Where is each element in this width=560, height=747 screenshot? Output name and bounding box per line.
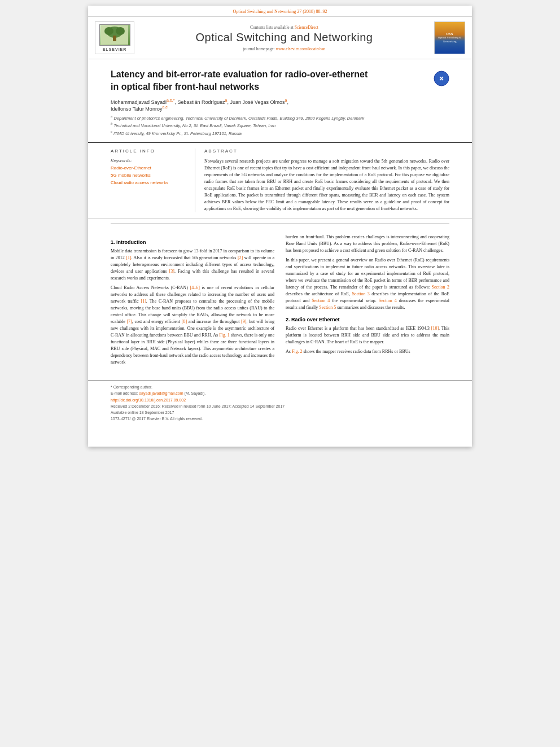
body-paragraph: Cloud Radio Access Networks (C-RAN) [4–6… [111, 285, 274, 366]
author5-sup: a,c [162, 105, 167, 109]
section2-title: 2. Radio over Ethernet [286, 317, 449, 322]
thumb-text: OSN Optical Switching & Networking [436, 32, 463, 44]
email-name: (M. Sayadi). [184, 391, 205, 395]
svg-rect-2 [113, 36, 116, 41]
affiliations: a Department of photonics engineering, T… [111, 114, 449, 137]
keywords-list: Radio-over-Ethernet5G mobile networksClo… [111, 165, 186, 186]
author5: Idelfonso Tafur Monroy [111, 106, 162, 112]
abstract-text: Nowadays several research projects are u… [204, 158, 449, 212]
elsevier-tree-icon [101, 25, 128, 45]
homepage-prefix: journal homepage: [243, 46, 275, 51]
received-line: Received 2 December 2016; Received in re… [111, 403, 449, 409]
journal-thumbnail: OSN Optical Switching & Networking [434, 21, 465, 54]
abstract-panel: ABSTRACT Nowadays several research proje… [195, 148, 449, 212]
article-info-abstract: ARTICLE INFO Keywords: Radio-over-Ethern… [88, 143, 472, 219]
journal-header-center: Contents lists available at ScienceDirec… [140, 21, 428, 54]
body-paragraph: As Fig. 2 shows the mapper receives radi… [286, 348, 449, 355]
author1-sup: a,b,* [167, 98, 174, 102]
homepage-link[interactable]: www.elsevier.com/locate/osn [276, 46, 326, 51]
sciencedirect-link[interactable]: ScienceDirect [295, 25, 318, 30]
article-info-heading: ARTICLE INFO [111, 148, 186, 154]
doi-link[interactable]: http://dx.doi.org/10.1016/j.osn.2017.09.… [111, 398, 186, 402]
issn-line: 1573-4277/ @ 2017 Elsevier B.V. All righ… [111, 416, 449, 422]
keyword-item: Radio-over-Ethernet [111, 165, 186, 172]
keyword-item: Cloud radio access networks [111, 180, 186, 187]
journal-ref: Optical Switching and Networking 27 (201… [233, 9, 327, 14]
article-header: Latency and bit-error-rate evaluation fo… [88, 59, 472, 143]
affiliation-item: a Department of photonics engineering, T… [111, 114, 449, 122]
email-note: E-mail address: sayadi.javad@gmail.com (… [111, 390, 449, 396]
email-label: E-mail address: [111, 391, 138, 395]
page: Optical Switching and Networking 27 (201… [88, 6, 472, 447]
email-link[interactable]: sayadi.javad@gmail.com [139, 391, 183, 395]
corresponding-label: * Corresponding author. [111, 385, 152, 389]
section1-title: 1. Introduction [111, 239, 274, 245]
body-col-right: burden on front-haul. This problem creat… [286, 234, 449, 369]
corresponding-note: * Corresponding author. [111, 384, 449, 390]
body-content: 1. Introduction Mobile data transmission… [88, 228, 472, 374]
svg-point-3 [104, 27, 113, 35]
svg-point-4 [116, 27, 125, 35]
section-divider [111, 223, 449, 224]
affiliation-item: c ITMO University, 49 Kronverksky Pr., S… [111, 129, 449, 137]
svg-text:×: × [439, 74, 444, 83]
journal-title: Optical Switching and Networking [196, 31, 373, 44]
author1: Mohammadjavad Sayadi [111, 99, 167, 105]
body-two-col: 1. Introduction Mobile data transmission… [111, 234, 449, 369]
elsevier-logo-image [99, 24, 130, 46]
doi-line: http://dx.doi.org/10.1016/j.osn.2017.09.… [111, 397, 449, 403]
body-paragraph: In this paper, we present a general over… [286, 257, 449, 311]
journal-ref-bar: Optical Switching and Networking 27 (201… [88, 6, 472, 16]
keywords-label: Keywords: [111, 158, 186, 163]
crossmark-badge: × [434, 71, 449, 86]
elsevier-text: ELSEVIER [103, 47, 127, 51]
sciencedirect-prefix: Contents lists available at [250, 25, 294, 30]
body-col1-paragraphs: Mobile data transmission is foreseen to … [111, 248, 274, 366]
footnote-section: * Corresponding author. E-mail address: … [88, 380, 472, 424]
journal-homepage: journal homepage: www.elsevier.com/locat… [243, 46, 326, 51]
body-paragraph: Mobile data transmission is foreseen to … [111, 248, 274, 282]
author3: , Juan José Vegas Olmos [227, 99, 285, 105]
author2: , Sebastián Rodríguez [174, 99, 225, 105]
abstract-heading: ABSTRACT [204, 148, 449, 154]
body-col-left: 1. Introduction Mobile data transmission… [111, 234, 274, 369]
elsevier-logo: ELSEVIER [95, 21, 134, 54]
body-paragraph: burden on front-haul. This problem creat… [286, 234, 449, 254]
body-col2-paragraphs: burden on front-haul. This problem creat… [286, 234, 449, 355]
author4: , [287, 99, 288, 105]
sciencedirect-line: Contents lists available at ScienceDirec… [250, 25, 318, 30]
affiliation-item: b Technical and Vocational University, N… [111, 121, 449, 129]
keyword-item: 5G mobile networks [111, 172, 186, 180]
body-paragraph: Radio over Ethernet is a platform that h… [286, 325, 449, 346]
journal-header: ELSEVIER Contents lists available at Sci… [88, 16, 472, 59]
article-title: Latency and bit-error-rate evaluation fo… [111, 68, 375, 94]
article-info-panel: ARTICLE INFO Keywords: Radio-over-Ethern… [111, 148, 195, 212]
available-line: Available online 18 September 2017 [111, 409, 449, 416]
authors-line: Mohammadjavad Sayadia,b,*, Sebastián Rod… [111, 98, 449, 112]
